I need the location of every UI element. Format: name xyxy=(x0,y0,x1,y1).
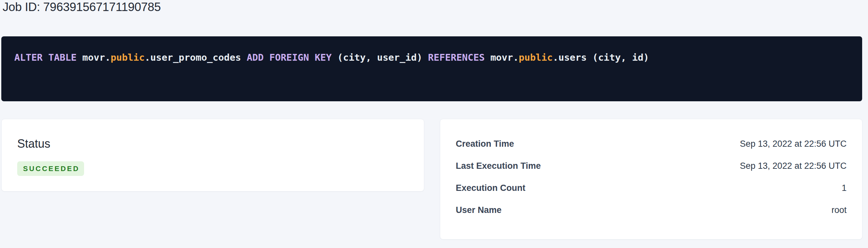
detail-value: 1 xyxy=(842,183,846,193)
sql-token-plain: .user_promo_codes xyxy=(145,52,247,63)
summary-cards: Status SUCCEEDED Creation TimeSep 13, 20… xyxy=(1,119,863,240)
sql-statement-box: ALTER TABLE movr.public.user_promo_codes… xyxy=(1,36,862,101)
sql-token-keyword: ALTER TABLE xyxy=(14,52,83,63)
details-card: Creation TimeSep 13, 2022 at 22:56 UTCLa… xyxy=(440,119,863,240)
detail-value: root xyxy=(831,205,846,215)
detail-rows: Creation TimeSep 13, 2022 at 22:56 UTCLa… xyxy=(456,133,846,221)
detail-row: Execution Count1 xyxy=(456,177,846,199)
detail-row: Last Execution TimeSep 13, 2022 at 22:56… xyxy=(456,155,846,177)
sql-token-schema: public xyxy=(519,52,553,63)
sql-token-plain: movr. xyxy=(491,52,519,63)
page-title: Job ID: 796391567171190785 xyxy=(3,0,161,14)
sql-token-schema: public xyxy=(111,52,145,63)
sql-token-keyword: ADD FOREIGN KEY xyxy=(247,52,337,63)
detail-value: Sep 13, 2022 at 22:56 UTC xyxy=(740,139,846,149)
detail-row: Creation TimeSep 13, 2022 at 22:56 UTC xyxy=(456,133,846,155)
detail-label: Execution Count xyxy=(456,183,526,193)
sql-token-plain: (city, user_id) xyxy=(337,52,428,63)
detail-row: User Nameroot xyxy=(456,199,846,221)
sql-token-plain: .users (city, id) xyxy=(553,52,649,63)
detail-value: Sep 13, 2022 at 22:56 UTC xyxy=(740,161,846,171)
detail-label: User Name xyxy=(456,205,501,215)
sql-token-plain: movr. xyxy=(83,52,111,63)
sql-code: ALTER TABLE movr.public.user_promo_codes… xyxy=(14,52,649,63)
status-card-title: Status xyxy=(17,137,408,150)
detail-label: Creation Time xyxy=(456,139,514,149)
status-badge: SUCCEEDED xyxy=(17,161,84,176)
detail-label: Last Execution Time xyxy=(456,161,541,171)
sql-token-keyword: REFERENCES xyxy=(428,52,491,63)
status-card: Status SUCCEEDED xyxy=(1,119,424,191)
